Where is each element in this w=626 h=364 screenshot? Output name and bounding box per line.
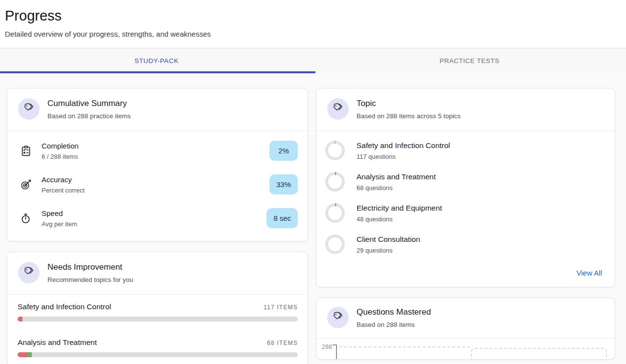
dashed-gridline <box>339 346 470 347</box>
topic-progress-bar <box>18 317 298 321</box>
y-axis-tick-label: 288 <box>322 343 332 350</box>
topic-question-count: 117 questions <box>357 153 450 160</box>
stopwatch-icon <box>20 213 33 224</box>
needs-improvement-header: Needs Improvement Recommended topics for… <box>7 252 308 295</box>
card-subtitle: Based on 288 items <box>357 321 431 328</box>
metric-label: Accuracy <box>42 175 85 184</box>
tags-icon <box>332 311 344 324</box>
metric-speed: Speed Avg per item 8 sec <box>7 201 308 235</box>
metric-accuracy: Accuracy Percent correct 33% <box>7 168 308 201</box>
topic-name: Electricity and Equipment <box>357 204 442 213</box>
page-title: Progress <box>5 8 621 24</box>
tab-practice-tests[interactable]: PRACTICE TESTS <box>313 48 626 73</box>
list-item: Analysis and Treatment 68 questions <box>316 166 615 197</box>
cumulative-summary-title-block: Cumulative Summary Based on 288 practice… <box>47 99 131 120</box>
topic-question-count: 48 questions <box>357 215 442 223</box>
target-arrow-icon <box>20 179 33 191</box>
topic-question-count: 68 questions <box>357 184 436 192</box>
topic-name: Safety and Infection Control <box>357 141 450 150</box>
list-item: Safety and Infection Control 117 questio… <box>316 135 615 166</box>
content-area: Cumulative Summary Based on 288 practice… <box>0 73 626 364</box>
topic-name: Analysis and Treatment <box>18 338 97 347</box>
card-title: Cumulative Summary <box>47 99 131 108</box>
topic-text: Analysis and Treatment 68 questions <box>357 172 436 192</box>
metric-label: Speed <box>42 209 77 217</box>
topic-text: Safety and Infection Control 117 questio… <box>357 141 450 160</box>
tags-icon <box>23 266 35 279</box>
topic-text: Client Consultation 29 questions <box>357 235 420 254</box>
mastered-chart: 288 <box>316 339 615 359</box>
topic-text: Electricity and Equipment 48 questions <box>357 204 442 223</box>
metric-sublabel: 6 / 288 items <box>42 153 79 160</box>
active-tab-indicator <box>0 71 315 73</box>
metric-completion: Completion 6 / 288 items 2% <box>7 134 308 168</box>
topic-progress-ring <box>325 141 345 160</box>
topic-list: Safety and Infection Control 117 questio… <box>316 131 615 261</box>
needs-improvement-card: Needs Improvement Recommended topics for… <box>7 252 308 364</box>
y-axis-line <box>333 344 337 360</box>
metrics-list: Completion 6 / 288 items 2% <box>7 131 308 241</box>
questions-mastered-title-block: Questions Mastered Based on 288 items <box>357 307 431 328</box>
tab-bar: STUDY-PACK PRACTICE TESTS <box>0 48 626 73</box>
dashed-region-box <box>471 348 607 360</box>
card-title: Needs Improvement <box>47 262 134 272</box>
avatar <box>18 98 40 120</box>
topic-item-count: 68 ITEMS <box>267 340 298 346</box>
metric-text: Completion 6 / 288 items <box>42 142 79 160</box>
topic-progress-ring <box>325 172 345 192</box>
topic-progress-ring <box>325 203 345 223</box>
view-all-link[interactable]: View All <box>577 269 602 277</box>
list-item: Analysis and Treatment 68 ITEMS <box>7 330 308 364</box>
avatar <box>327 307 349 328</box>
topic-name: Analysis and Treatment <box>357 172 436 181</box>
card-subtitle: Recommended topics for you <box>47 276 134 283</box>
card-title: Topic <box>357 99 461 108</box>
tags-icon <box>23 102 35 116</box>
topic-name: Client Consultation <box>357 235 420 244</box>
metric-text: Accuracy Percent correct <box>42 175 85 194</box>
topic-name: Safety and Infection Control <box>18 302 111 311</box>
metric-label: Completion <box>42 142 79 150</box>
topic-progress-bar <box>18 352 298 357</box>
page-subtitle: Detailed overview of your progress, stre… <box>5 30 621 38</box>
list-item: Electricity and Equipment 48 questions <box>316 197 615 229</box>
tags-icon <box>332 102 344 116</box>
list-item-head: Safety and Infection Control 117 ITEMS <box>18 302 298 311</box>
left-column: Cumulative Summary Based on 288 practice… <box>7 88 308 364</box>
page-header: Progress Detailed overview of your progr… <box>0 0 626 48</box>
metric-text: Speed Avg per item <box>42 209 77 228</box>
needs-improvement-list: Safety and Infection Control 117 ITEMS A… <box>7 295 308 364</box>
card-title: Questions Mastered <box>357 307 431 317</box>
cumulative-summary-header: Cumulative Summary Based on 288 practice… <box>7 88 308 131</box>
topic-card-title-block: Topic Based on 288 items across 5 topics <box>357 99 461 120</box>
speed-badge: 8 sec <box>267 208 298 228</box>
topic-progress-ring <box>325 235 345 254</box>
list-item-head: Analysis and Treatment 68 ITEMS <box>18 338 298 347</box>
card-subtitle: Based on 288 items across 5 topics <box>357 112 461 120</box>
topic-card: Topic Based on 288 items across 5 topics… <box>316 88 615 287</box>
tab-study-pack[interactable]: STUDY-PACK <box>0 48 313 73</box>
topic-card-header: Topic Based on 288 items across 5 topics <box>316 88 615 131</box>
accuracy-badge: 33% <box>269 174 298 194</box>
view-all-row: View All <box>316 261 615 287</box>
topic-item-count: 117 ITEMS <box>264 304 298 311</box>
right-column: Topic Based on 288 items across 5 topics… <box>316 88 615 360</box>
completion-badge: 2% <box>269 141 298 161</box>
metric-sublabel: Percent correct <box>42 187 85 194</box>
list-item: Safety and Infection Control 117 ITEMS <box>7 295 308 330</box>
questions-mastered-header: Questions Mastered Based on 288 items <box>316 298 615 339</box>
metric-sublabel: Avg per item <box>42 220 77 228</box>
topic-question-count: 29 questions <box>357 247 420 254</box>
avatar <box>18 262 40 283</box>
avatar <box>327 98 349 120</box>
card-subtitle: Based on 288 practice items <box>47 112 131 120</box>
clipboard-checklist-icon <box>20 145 33 157</box>
cumulative-summary-card: Cumulative Summary Based on 288 practice… <box>7 88 308 241</box>
list-item: Client Consultation 29 questions <box>316 229 615 260</box>
needs-improvement-title-block: Needs Improvement Recommended topics for… <box>47 262 134 283</box>
questions-mastered-card: Questions Mastered Based on 288 items 28… <box>316 298 615 360</box>
